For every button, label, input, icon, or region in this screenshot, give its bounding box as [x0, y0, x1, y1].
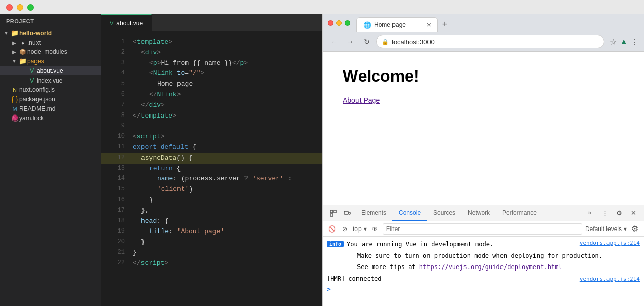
sidebar-item-package-json[interactable]: ▶ { } package.json	[0, 94, 101, 104]
code-line: 20 }	[101, 237, 322, 248]
devtools-settings-icon[interactable]: ⚙	[613, 207, 626, 220]
close-button[interactable]	[6, 4, 13, 11]
svg-rect-3	[344, 211, 348, 214]
webpage-area: Welcome! About Page	[323, 52, 644, 205]
devtools-overflow-icon[interactable]: ⋮	[598, 207, 612, 220]
sidebar-item-about-vue[interactable]: ▶ V about.vue	[0, 66, 101, 75]
devtools-tab-elements[interactable]: Elements	[355, 205, 392, 221]
spacer: ▶	[2, 116, 10, 121]
hmr-source-link[interactable]: vendors.app.js:214	[580, 276, 640, 282]
editor-content[interactable]: 1 <template> 2 <div> 3 <p>Hi from {{ nam…	[101, 32, 322, 306]
ide-panel: Project ▼ 📁 hello-world ▶ ● .nuxt ▶ 📦 no…	[0, 14, 322, 306]
sidebar-item-label: hello-world	[19, 30, 52, 37]
browser-max-btn[interactable]	[345, 20, 350, 26]
code-line: 14 name: (process.server ? 'server' :	[101, 174, 322, 184]
spacer: ▶	[2, 106, 10, 112]
editor-area: V about.vue 1 <template> 2 <div> 3 <p>Hi…	[101, 14, 322, 306]
console-context-select[interactable]: top ▾	[353, 225, 367, 233]
file-sidebar: Project ▼ 📁 hello-world ▶ ● .nuxt ▶ 📦 no…	[0, 14, 101, 306]
console-sub-bar: 🚫 ⊘ top ▾ 👁 Default levels ▾ ⚙	[323, 221, 644, 237]
devtools-more-tabs[interactable]: »	[582, 205, 597, 221]
svg-rect-1	[334, 210, 336, 213]
console-clear-icon[interactable]: 🚫	[327, 224, 337, 234]
prompt-arrow-icon: >	[327, 285, 331, 293]
spacer: ▶	[2, 87, 10, 93]
context-label: top	[353, 225, 362, 233]
devtools-tab-performance[interactable]: Performance	[496, 205, 543, 221]
sidebar-item-readme[interactable]: ▶ M README.md	[0, 104, 101, 113]
code-line: 11 export default {	[101, 142, 322, 153]
browser-min-btn[interactable]	[336, 20, 342, 26]
console-prompt-line[interactable]: >	[327, 284, 640, 294]
close-tab-icon[interactable]: ×	[427, 21, 431, 29]
editor-tab-about-vue[interactable]: V about.vue	[101, 14, 152, 32]
devtools-device-icon[interactable]	[341, 207, 354, 220]
forward-button[interactable]: →	[344, 35, 357, 48]
code-line: 3 <p>Hi from {{ name }}</p>	[101, 58, 322, 69]
console-message: You are running Vue in development mode.	[347, 240, 577, 249]
code-line: 10 <script>	[101, 132, 322, 142]
browser-tab[interactable]: 🌐 Home page ×	[356, 17, 438, 32]
sidebar-item-nuxt[interactable]: ▶ ● .nuxt	[0, 38, 101, 47]
editor-tabs: V about.vue	[101, 14, 322, 32]
expand-arrow-icon: ▶	[10, 49, 18, 55]
address-field[interactable]: 🔒 localhost:3000	[376, 35, 604, 48]
new-tab-button[interactable]: +	[438, 18, 452, 32]
sidebar-item-node-modules[interactable]: ▶ 📦 node_modules	[0, 47, 101, 56]
reload-button[interactable]: ↻	[360, 35, 373, 48]
sidebar-item-nuxt-config[interactable]: ▶ N nuxt.config.js	[0, 85, 101, 94]
about-page-link[interactable]: About Page	[343, 96, 380, 104]
console-settings-icon[interactable]: ⚙	[630, 224, 640, 234]
spacer: ▶	[19, 78, 27, 83]
svg-rect-4	[349, 212, 350, 214]
devtools-panel: Elements Console Sources Network Perform	[323, 205, 644, 306]
console-message-3: See more tips at https://vuejs.org/guide…	[357, 262, 640, 272]
svg-rect-2	[330, 214, 333, 216]
sidebar-item-hello-world[interactable]: ▼ 📁 hello-world	[0, 28, 101, 38]
console-source-link[interactable]: vendors.app.js:214	[580, 240, 640, 246]
minimize-button[interactable]	[17, 4, 23, 11]
spacer: ▶	[2, 97, 10, 102]
sidebar-item-label: index.vue	[37, 77, 62, 84]
browser-panel: 🌐 Home page × + ← → ↻ 🔒 localhost:3000 ☆…	[322, 14, 644, 306]
folder-icon: 📁	[10, 29, 19, 37]
browser-content: Welcome! About Page	[323, 52, 644, 306]
back-button[interactable]: ←	[328, 35, 341, 48]
code-line: 4 <NLink to="/">	[101, 68, 322, 79]
sidebar-item-pages[interactable]: ▼ 📁 pages	[0, 56, 101, 66]
lock-icon: 🔒	[382, 39, 389, 45]
console-filter-icon[interactable]: ⊘	[340, 224, 350, 234]
code-line: 2 <div>	[101, 48, 322, 58]
code-line: 15 'client')	[101, 184, 322, 195]
vue-icon: V	[27, 67, 37, 74]
code-line: 21 }	[101, 248, 322, 258]
code-line: 6 </NLink>	[101, 90, 322, 100]
sidebar-item-index-vue[interactable]: ▶ V index.vue	[0, 75, 101, 85]
devtools-tab-sources[interactable]: Sources	[427, 205, 461, 221]
default-levels-select[interactable]: Default levels ▾	[585, 225, 627, 233]
code-line: 7 </div>	[101, 100, 322, 111]
browser-address-bar: ← → ↻ 🔒 localhost:3000 ☆ ▲ ⋮	[323, 32, 644, 51]
extension-icon[interactable]: ▲	[620, 37, 628, 46]
devtools-close-icon[interactable]: ✕	[627, 207, 640, 220]
console-eye-icon[interactable]: 👁	[370, 224, 380, 234]
json-icon: { }	[10, 95, 19, 103]
spacer: ▶	[19, 68, 27, 73]
browser-close-btn[interactable]	[328, 20, 333, 26]
console-filter-input[interactable]	[383, 223, 582, 235]
sidebar-item-yarn-lock[interactable]: ▶ 🧶 yarn.lock	[0, 113, 101, 123]
console-message-2: Make sure to turn on production mode whe…	[357, 251, 640, 260]
browser-menu-icon[interactable]: ⋮	[631, 37, 639, 47]
devtools-inspect-icon[interactable]	[327, 207, 340, 220]
browser-tabs-bar: 🌐 Home page × +	[323, 14, 644, 32]
devtools-tab-console[interactable]: Console	[392, 205, 427, 221]
devtools-tab-network[interactable]: Network	[461, 205, 496, 221]
browser-tab-title: Home page	[374, 21, 406, 28]
folder-icon: 📁	[18, 57, 27, 65]
page-title: Welcome!	[343, 67, 624, 86]
deployment-link[interactable]: https://vuejs.org/guide/deployment.html	[419, 263, 562, 271]
maximize-button[interactable]	[27, 4, 34, 11]
expand-arrow-icon: ▼	[10, 58, 18, 64]
sidebar-item-label: node_modules	[27, 48, 67, 55]
bookmark-icon[interactable]: ☆	[610, 37, 617, 47]
